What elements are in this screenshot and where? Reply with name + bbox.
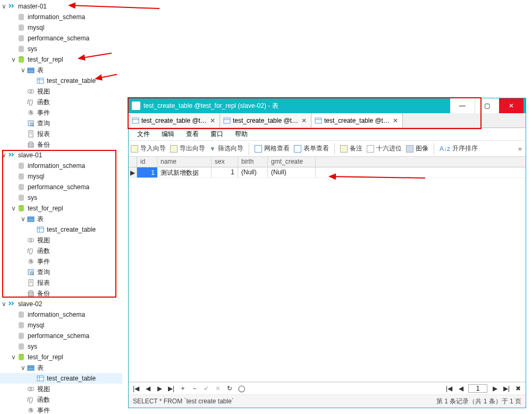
node-queries[interactable]: 查询	[0, 267, 122, 277]
nav-cancel-button[interactable]: ✕	[214, 385, 222, 392]
db-repl[interactable]: ∨test_for_repl	[0, 203, 122, 214]
db-item[interactable]: information_schema	[0, 309, 122, 320]
cell-birth[interactable]: (Null)	[238, 167, 268, 178]
db-item[interactable]: mysql	[0, 171, 122, 182]
conn-slave-01[interactable]: ∨slave-01	[0, 150, 122, 160]
cell-sex[interactable]: 1	[212, 167, 238, 178]
menu-file[interactable]: 文件	[132, 129, 155, 140]
tab-close-icon[interactable]: ✕	[392, 117, 399, 124]
db-item[interactable]: performance_schema	[0, 331, 122, 341]
node-backups[interactable]: 备份	[0, 288, 122, 299]
import-wizard-button[interactable]: 导入向导	[131, 144, 166, 153]
tab-0[interactable]: test_create_table @test...✕	[129, 113, 220, 128]
close-button[interactable]: ✕	[499, 98, 523, 113]
nav-refresh-button[interactable]: ↻	[225, 385, 234, 392]
menu-view[interactable]: 查看	[181, 129, 204, 140]
db-item[interactable]: performance_schema	[0, 33, 122, 44]
nav-delete-button[interactable]: −	[190, 385, 199, 392]
note-button[interactable]: 备注	[340, 144, 362, 153]
tab-close-icon[interactable]: ✕	[209, 117, 216, 124]
node-reports[interactable]: 报表	[0, 277, 122, 288]
tab-close-icon[interactable]: ✕	[300, 117, 308, 124]
page-input[interactable]	[468, 384, 487, 393]
svg-rect-26	[28, 217, 34, 222]
col-name[interactable]: name	[157, 157, 212, 167]
cell-gmt-create[interactable]: (Null)	[268, 167, 316, 178]
node-queries[interactable]: 查询	[0, 118, 122, 129]
db-item[interactable]: mysql	[0, 22, 122, 33]
table-item[interactable]: test_create_table	[0, 75, 122, 86]
export-wizard-button[interactable]: 导出向导	[170, 144, 205, 153]
menu-edit[interactable]: 编辑	[156, 129, 180, 140]
db-repl[interactable]: ∨test_for_repl	[0, 352, 122, 362]
page-prev-button[interactable]: ◀	[457, 385, 465, 392]
db-item[interactable]: information_schema	[0, 160, 122, 171]
status-record-info: 第 1 条记录（共 1 条）于 1 页	[436, 397, 521, 406]
nav-add-button[interactable]: +	[179, 385, 187, 392]
cell-name[interactable]: 测试新增数据	[157, 167, 212, 178]
toolbar-overflow-icon[interactable]: »	[517, 145, 523, 153]
menu-window[interactable]: 窗口	[205, 129, 229, 140]
col-sex[interactable]: sex	[212, 157, 238, 167]
menu-help[interactable]: 帮助	[230, 129, 253, 140]
queries-icon	[27, 268, 35, 276]
nav-next-button[interactable]: ▶	[155, 385, 164, 392]
node-events[interactable]: 事件	[0, 405, 122, 414]
data-grid[interactable]: id name sex birth gmt_create ▶ 1 测试新增数据 …	[129, 157, 526, 382]
tree-label: 报表	[37, 130, 53, 139]
node-functions[interactable]: f()函数	[0, 97, 122, 107]
grid-view-button[interactable]: 网格查看	[255, 144, 290, 153]
nav-last-button[interactable]: ▶|	[167, 385, 175, 392]
node-functions[interactable]: f()函数	[0, 394, 122, 405]
db-item[interactable]: sys	[0, 341, 122, 352]
tree-label: 事件	[37, 257, 53, 266]
col-birth[interactable]: birth	[238, 157, 268, 167]
maximize-button[interactable]: ▢	[475, 98, 499, 113]
folder-tables[interactable]: ∨表	[0, 65, 122, 75]
tab-1[interactable]: test_create_table @test...✕	[220, 113, 311, 128]
cell-id-selected[interactable]: 1	[137, 167, 157, 178]
nav-commit-button[interactable]: ✔	[202, 385, 210, 392]
filter-wizard-button[interactable]: ▼筛选向导	[209, 144, 243, 153]
node-views[interactable]: 视图	[0, 384, 122, 394]
db-item[interactable]: mysql	[0, 320, 122, 331]
node-events[interactable]: 事件	[0, 256, 122, 267]
page-last-button[interactable]: ▶|	[502, 385, 511, 392]
node-backups[interactable]: 备份	[0, 139, 122, 150]
conn-slave-02[interactable]: ∨slave-02	[0, 299, 122, 309]
col-gmt-create[interactable]: gmt_create	[268, 157, 316, 167]
folder-tables[interactable]: ∨表	[0, 362, 122, 373]
nav-prev-button[interactable]: ◀	[143, 385, 152, 392]
db-item[interactable]: performance_schema	[0, 182, 122, 192]
minimize-button[interactable]: —	[450, 98, 475, 113]
folder-tables[interactable]: ∨表	[0, 214, 122, 224]
node-views[interactable]: 视图	[0, 86, 122, 97]
grid-row[interactable]: ▶ 1 测试新增数据 1 (Null) (Null)	[129, 167, 526, 178]
nav-first-button[interactable]: |◀	[132, 385, 140, 392]
db-item[interactable]: information_schema	[0, 12, 122, 22]
conn-master-01[interactable]: ∨master-01	[0, 1, 122, 12]
db-repl[interactable]: ∨test_for_repl	[0, 54, 122, 65]
titlebar[interactable]: test_create_table @test_for_repl (slave-…	[129, 98, 526, 113]
grid-header: id name sex birth gmt_create	[129, 157, 526, 167]
node-reports[interactable]: 报表	[0, 129, 122, 139]
node-views[interactable]: 视图	[0, 235, 122, 246]
db-item[interactable]: sys	[0, 44, 122, 54]
sort-asc-button[interactable]: A↓z升序排序	[440, 144, 478, 153]
table-item-selected[interactable]: test_create_table	[0, 373, 122, 384]
btn-label: 升序排序	[452, 144, 478, 153]
table-item[interactable]: test_create_table	[0, 224, 122, 235]
page-first-button[interactable]: |◀	[445, 385, 453, 392]
node-functions[interactable]: f()函数	[0, 246, 122, 256]
image-button[interactable]: 图像	[406, 144, 428, 153]
node-events[interactable]: 事件	[0, 107, 122, 118]
tree-label: information_schema	[28, 311, 88, 318]
hex-button[interactable]: 十六进位	[367, 144, 402, 153]
page-next-button[interactable]: ▶	[491, 385, 499, 392]
tab-2-active[interactable]: test_create_table @test...✕	[311, 113, 403, 128]
form-view-button[interactable]: 表单查看	[294, 144, 329, 153]
nav-stop-button[interactable]: ◯	[237, 385, 246, 392]
db-item[interactable]: sys	[0, 192, 122, 203]
col-id[interactable]: id	[137, 157, 157, 167]
settings-icon[interactable]: ✖	[514, 385, 522, 392]
